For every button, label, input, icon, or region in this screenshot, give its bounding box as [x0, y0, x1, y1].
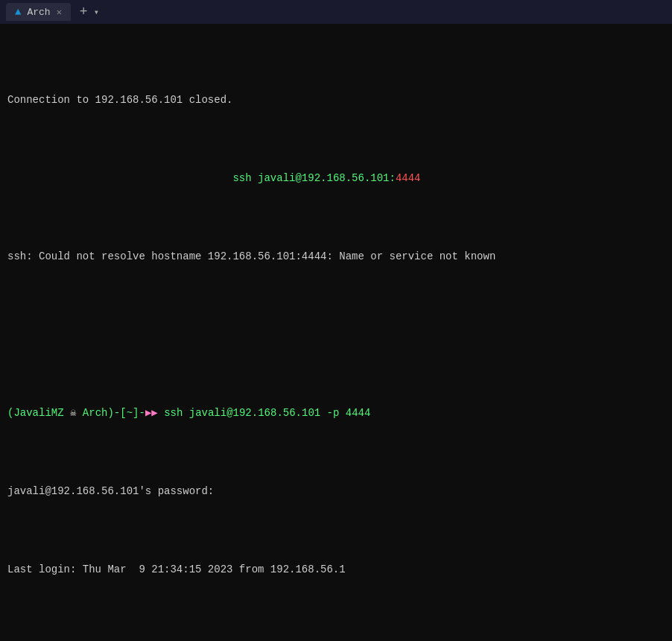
tab-label: Arch: [27, 7, 50, 18]
ssh-attempt-text: ssh javali@192.168.56.101:4444: [232, 172, 420, 184]
prompt1-arrow: ▶▶: [145, 407, 158, 419]
new-tab-button[interactable]: +: [80, 4, 88, 19]
prompt1-line: (JavaliMZ ☠ Arch)-[~]-▶▶ ssh javali@192.…: [7, 405, 665, 421]
port-number: 4444: [396, 172, 421, 184]
blank-line-1: [7, 327, 665, 343]
connection-closed-line: Connection to 192.168.56.101 closed.: [7, 92, 665, 108]
titlebar: ▲ Arch ✕ + ▾: [0, 0, 672, 24]
terminal-tab[interactable]: ▲ Arch ✕: [6, 3, 71, 21]
close-tab-button[interactable]: ✕: [57, 7, 62, 18]
prompt1-space: [158, 407, 164, 419]
ssh-error-line: ssh: Could not resolve hostname 192.168.…: [7, 249, 665, 265]
prompt1-cmd: ssh javali@192.168.56.101 -p 4444: [164, 407, 370, 419]
ssh-attempt-line: ssh javali@192.168.56.101:4444: [7, 171, 665, 186]
prompt1-skull: ☠: [64, 407, 83, 419]
prompt1-user: JavaliMZ: [13, 407, 63, 419]
prompt1-close: )-[~]-: [107, 407, 145, 419]
terminal-content: Connection to 192.168.56.101 closed. ssh…: [0, 24, 672, 641]
password-prompt-line: javali@192.168.56.101's password:: [7, 484, 665, 499]
tab-arrow-button[interactable]: ▾: [94, 7, 99, 18]
arch-icon: ▲: [15, 6, 21, 18]
prompt1-host: Arch: [83, 407, 108, 419]
last-login-line: Last login: Thu Mar 9 21:34:15 2023 from…: [7, 562, 665, 578]
